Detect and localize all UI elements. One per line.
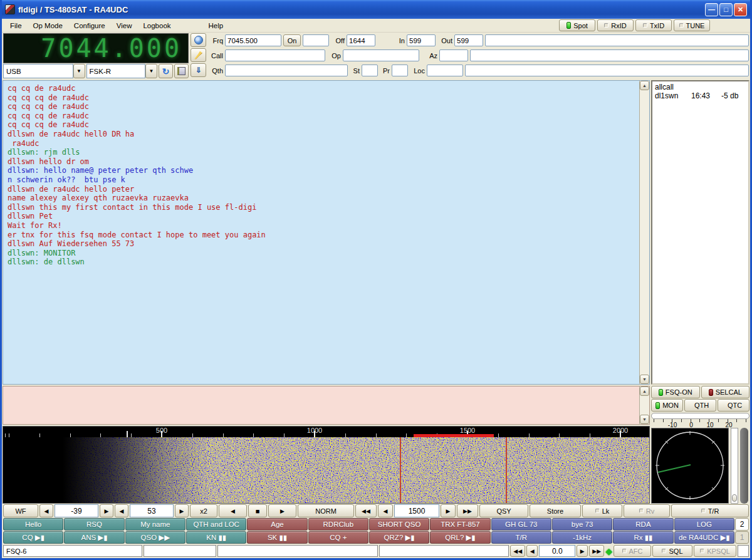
- macro-button[interactable]: de RA4UDC ▶▮: [674, 531, 734, 544]
- title-bar[interactable]: fldigi / TS-480SAT - RA4UDC — □ ✕: [2, 0, 750, 19]
- macro-button[interactable]: Rx ▮▮: [613, 531, 673, 544]
- macro-button[interactable]: ANS ▶▮: [64, 531, 124, 544]
- macro-button[interactable]: -1kHz: [552, 531, 612, 544]
- modem-select[interactable]: FSK-R ▼: [86, 64, 157, 78]
- heard-list-entry[interactable]: dl1swn 16:43 -5 db: [655, 91, 746, 100]
- frequency-offset-value[interactable]: [539, 545, 575, 557]
- rf-lower-inc-icon[interactable]: ▶: [100, 504, 113, 517]
- kpsql-toggle[interactable]: KPSQL: [694, 545, 736, 557]
- fsq-toggle-button[interactable]: QTC: [718, 399, 749, 412]
- macro-button[interactable]: SK ▮▮: [247, 531, 307, 544]
- menu-item[interactable]: File: [4, 21, 28, 31]
- sideband-select[interactable]: USB ▼: [3, 64, 85, 78]
- rx-text-area[interactable]: cq cq de ra4udccq cq cq de ra4udccq cq c…: [3, 81, 639, 384]
- macro-button[interactable]: RSQ: [64, 518, 124, 531]
- rf-range-inc-icon[interactable]: ▶: [175, 504, 189, 517]
- freq-inc-icon[interactable]: ▶: [441, 504, 456, 517]
- wf-center-stop-icon[interactable]: ■: [248, 504, 267, 517]
- op-field[interactable]: [343, 49, 419, 61]
- clear-fields-button[interactable]: [191, 48, 206, 62]
- fsq-heard-list[interactable]: allcall dl1swn 16:43 -5 db: [651, 80, 749, 385]
- st-field[interactable]: [362, 65, 378, 76]
- macro-button[interactable]: Age: [247, 518, 307, 531]
- wf-magnify-button[interactable]: x2: [190, 504, 217, 517]
- macro-button[interactable]: T/R: [491, 531, 551, 544]
- rig-refresh-button[interactable]: ↻: [159, 64, 173, 78]
- tx-scrollbar[interactable]: ▲ ▼: [639, 386, 649, 424]
- frequency-field[interactable]: [225, 34, 281, 46]
- macro-button[interactable]: My name: [125, 518, 185, 531]
- loc-field[interactable]: [427, 65, 463, 76]
- close-button[interactable]: ✕: [734, 3, 747, 16]
- offset-coarse-inc-icon[interactable]: ▶▶: [589, 545, 604, 557]
- fsq-toggle-button[interactable]: SELCAL: [701, 386, 750, 398]
- lock-toggle[interactable]: Lk: [582, 504, 622, 517]
- call-field[interactable]: [225, 49, 325, 61]
- minimize-button[interactable]: —: [705, 3, 718, 16]
- slider-thumb[interactable]: [732, 494, 737, 502]
- rf-range-dec-icon[interactable]: ◀: [115, 504, 128, 517]
- cursor-frequency-value[interactable]: [394, 504, 439, 517]
- notes-field-1[interactable]: [485, 34, 749, 46]
- macro-button[interactable]: QTH and LOC: [186, 518, 246, 531]
- time-on-button[interactable]: On: [283, 34, 301, 46]
- freq-dec-icon[interactable]: ◀: [378, 504, 393, 517]
- squelch-slider[interactable]: [731, 428, 738, 504]
- qsy-button[interactable]: QSY: [479, 504, 528, 517]
- freq-coarse-dec-icon[interactable]: ◀◀: [355, 504, 377, 517]
- offset-dec-icon[interactable]: ◀: [526, 545, 538, 557]
- scroll-up-icon[interactable]: ▲: [640, 81, 649, 90]
- maximize-button[interactable]: □: [719, 3, 733, 16]
- time-on-field[interactable]: [303, 34, 329, 46]
- time-off-field[interactable]: [347, 34, 375, 46]
- wf-speed-button[interactable]: NORM: [298, 504, 354, 517]
- notes-field-3[interactable]: [465, 65, 749, 76]
- sql-toggle[interactable]: SQL: [652, 545, 692, 557]
- tx-rx-toggle[interactable]: T/R: [671, 504, 749, 517]
- modem-status[interactable]: FSQ-6: [3, 545, 142, 557]
- rf-lower-value[interactable]: [55, 504, 98, 517]
- macro-set-1-button[interactable]: 1: [735, 531, 749, 544]
- toggle-button[interactable]: TUNE: [674, 19, 710, 31]
- menu-item[interactable]: Op Mode: [28, 21, 68, 31]
- rst-out-field[interactable]: [454, 34, 483, 46]
- macro-button[interactable]: TRX FT-857: [430, 518, 490, 531]
- afc-toggle[interactable]: AFC: [614, 545, 651, 557]
- menu-item[interactable]: Configure: [68, 21, 111, 31]
- qth-field[interactable]: [225, 65, 348, 76]
- toggle-button[interactable]: TxID: [635, 19, 672, 31]
- wf-shift-left-icon[interactable]: ◀: [219, 504, 247, 517]
- gain-slider[interactable]: [740, 428, 748, 504]
- rf-range-value[interactable]: [130, 504, 174, 517]
- menu-item[interactable]: View: [111, 21, 138, 31]
- macro-set-2-button[interactable]: 2: [735, 518, 749, 531]
- save-entry-button[interactable]: ⇓: [191, 63, 206, 77]
- macro-button[interactable]: Hello: [3, 518, 63, 531]
- pr-field[interactable]: [392, 65, 408, 76]
- macro-button[interactable]: GH GL 73: [491, 518, 551, 531]
- qrz-lookup-button[interactable]: [191, 33, 206, 47]
- scroll-up-icon[interactable]: ▲: [640, 386, 649, 396]
- macro-button[interactable]: LOG: [674, 518, 734, 531]
- waterfall-display[interactable]: [3, 437, 649, 503]
- macro-button[interactable]: CQ ▶▮: [3, 531, 63, 544]
- menu-item[interactable]: Help: [203, 21, 229, 31]
- macro-button[interactable]: KN ▮▮: [186, 531, 246, 544]
- rx-scrollbar[interactable]: ▲ ▼: [639, 81, 649, 384]
- az-field[interactable]: [439, 49, 468, 61]
- store-button[interactable]: Store: [530, 504, 581, 517]
- macro-button[interactable]: QSO ▶▶: [125, 531, 185, 544]
- macro-button[interactable]: QRZ? ▶▮: [369, 531, 429, 544]
- freq-coarse-inc-icon[interactable]: ▶▶: [457, 504, 478, 517]
- scroll-down-icon[interactable]: ▼: [640, 375, 649, 384]
- macro-button[interactable]: bye 73: [552, 518, 612, 531]
- tx-text-area[interactable]: [3, 386, 639, 424]
- macro-button[interactable]: CQ +: [308, 531, 368, 544]
- chevron-down-icon[interactable]: ▼: [145, 64, 157, 78]
- reverse-toggle[interactable]: Rv: [624, 504, 670, 517]
- logbook-button[interactable]: [174, 64, 189, 78]
- menu-item[interactable]: Logbook: [137, 21, 176, 31]
- fsq-toggle-button[interactable]: QTH: [684, 399, 716, 412]
- macro-button[interactable]: QRL? ▶▮: [430, 531, 490, 544]
- frequency-display[interactable]: 7044.000: [3, 33, 189, 63]
